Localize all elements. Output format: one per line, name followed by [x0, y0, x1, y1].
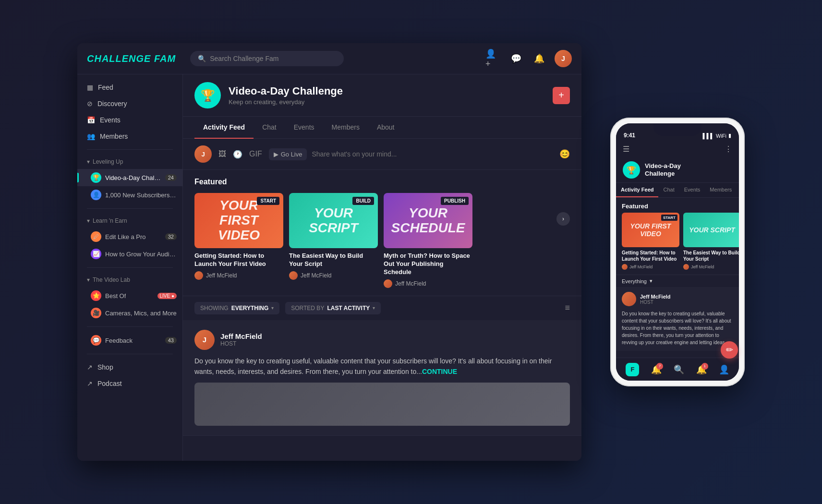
messages-icon[interactable]: 💬	[508, 51, 524, 66]
phone-bottom-activity[interactable]: 🔔 7	[651, 364, 662, 375]
tab-activity-feed[interactable]: Activity Feed	[194, 117, 254, 139]
phone-time: 9:41	[624, 132, 635, 139]
sidebar-item-discovery[interactable]: ⊘ Discovery	[77, 96, 182, 112]
fam-icon: F	[626, 363, 639, 376]
author-name-2: Jeff McField	[301, 272, 331, 279]
featured-card-3[interactable]: YOUR SCHEDULE PUBLISH Myth or Truth? How…	[384, 193, 472, 288]
channel-subscribers[interactable]: 👤 1,000 New Subscribers Ch...	[77, 186, 182, 204]
sidebar-item-feed[interactable]: ▦ Feed	[77, 79, 182, 96]
page-wrapper: CHALLENGE FAM 🔍 Search Challenge Fam 👤+ …	[0, 0, 822, 504]
app-logo: CHALLENGE FAM	[87, 53, 176, 64]
wifi-icon: WiFi	[716, 133, 726, 139]
section-learn-earn[interactable]: ▾ Learn 'n Earn	[77, 214, 182, 228]
phone-tabs: Activity Feed Chat Events Members	[616, 183, 739, 198]
post-continue-link[interactable]: CONTINUE	[422, 368, 457, 375]
phone-group-icon: 🏆	[623, 161, 640, 179]
showing-filter[interactable]: SHOWING EVERYTHING ▾	[194, 302, 279, 314]
phone-bottom-notifications[interactable]: 🔔 1	[696, 364, 707, 375]
group-info: Video-a-Day Challenge Keep on creating, …	[229, 85, 545, 106]
phone-featured-title: Featured	[616, 198, 739, 213]
featured-card-1[interactable]: YOUR FIRST VIDEO START Getting Started: …	[194, 193, 283, 288]
view-toggle-button[interactable]: ≡	[565, 303, 570, 313]
tab-members[interactable]: Members	[323, 117, 368, 139]
channel-badge-feedback: 43	[165, 337, 177, 344]
sidebar-item-podcast[interactable]: ↗ Podcast	[77, 375, 182, 392]
gif-tool-icon[interactable]: GIF	[247, 148, 264, 160]
author-name-3: Jeff McField	[395, 280, 426, 287]
channel-grow[interactable]: 📈 How to Grow Your Audienc...	[77, 245, 182, 263]
sorted-filter[interactable]: SORTED BY LAST ACTIVITY ▾	[285, 302, 381, 314]
go-live-button[interactable]: ▶ Go Live	[269, 148, 307, 160]
sidebar-item-events[interactable]: 📅 Events	[77, 112, 182, 128]
phone-bottom-home[interactable]: F	[626, 363, 639, 376]
channel-video-challenge[interactable]: 🏆 Video-a-Day Challenge 24	[77, 169, 182, 186]
image-tool-icon[interactable]: 🖼	[217, 148, 228, 160]
card-title-3: Myth or Truth? How to Space Out Your Pub…	[384, 252, 472, 276]
phone-fab-button[interactable]: ✏	[721, 341, 738, 359]
sidebar-item-shop[interactable]: ↗ Shop	[77, 359, 182, 375]
channel-icon-edit: 🖊	[91, 231, 101, 242]
channel-edit-pro[interactable]: 🖊 Edit Like a Pro 32	[77, 228, 182, 245]
tab-about[interactable]: About	[368, 117, 403, 139]
group-name: Video-a-Day Challenge	[229, 85, 545, 97]
phone-tab-members[interactable]: Members	[705, 183, 737, 197]
phone-tab-activity[interactable]: Activity Feed	[616, 183, 658, 197]
add-member-icon[interactable]: 👤+	[485, 51, 501, 66]
phone-bottom-profile[interactable]: 👤	[719, 364, 729, 375]
phone-menu-icon[interactable]: ☰	[623, 144, 629, 154]
group-icon: 🏆	[194, 82, 221, 108]
card-author-2: Jeff McField	[289, 271, 378, 280]
phone-card-img-2: YOUR SCRIPT	[683, 213, 739, 247]
channel-icon-feedback: 💬	[91, 335, 101, 346]
phone-post-role: HOST	[640, 300, 671, 305]
group-trophy-icon: 🏆	[201, 89, 215, 102]
sidebar-item-members[interactable]: 👥 Members	[77, 128, 182, 144]
go-live-label: Go Live	[281, 151, 302, 158]
tab-chat[interactable]: Chat	[254, 117, 285, 139]
card-title-1: Getting Started: How to Launch Your Firs…	[194, 252, 283, 268]
phone-mockup: 9:41 ▌▌▌ WiFi ▮ ☰ ⋮ 🏆 Video-a-Da	[610, 118, 745, 386]
external-icon-shop: ↗	[87, 363, 93, 371]
phone-more-icon[interactable]: ⋮	[725, 144, 732, 154]
phone-cards: YOUR FIRST VIDEO START Getting Started: …	[616, 213, 739, 275]
phone-filter[interactable]: Everything ▾	[616, 275, 739, 287]
activity-badge: 7	[656, 363, 663, 370]
phone-card-title-1: Getting Started: How to Launch Your Firs…	[622, 250, 679, 262]
sorted-arrow-icon: ▾	[373, 305, 375, 311]
tab-events[interactable]: Events	[285, 117, 323, 139]
phone-post-body: Do you know the key to creating useful, …	[622, 310, 733, 346]
post-header: J Jeff McField Host	[194, 330, 570, 350]
cards-next-arrow[interactable]: ›	[556, 212, 570, 226]
phone-card-2[interactable]: YOUR SCRIPT The Easiest Way to Build You…	[683, 213, 739, 270]
phone-post-name: Jeff McField	[640, 294, 671, 300]
notifications-icon[interactable]: 🔔	[532, 51, 547, 66]
group-tagline: Keep on creating, everyday	[229, 98, 545, 106]
phone-card-1[interactable]: YOUR FIRST VIDEO START Getting Started: …	[622, 213, 679, 270]
emoji-icon[interactable]: 😊	[559, 149, 570, 159]
phone-bottom-search[interactable]: 🔍	[674, 364, 684, 375]
clock-tool-icon[interactable]: 🕐	[231, 148, 244, 161]
user-avatar[interactable]: J	[555, 50, 572, 67]
phone-tab-chat[interactable]: Chat	[658, 183, 679, 197]
phone-tab-events[interactable]: Events	[679, 183, 705, 197]
group-header: 🏆 Video-a-Day Challenge Keep on creating…	[183, 74, 581, 117]
phone-bottom-bar: F 🔔 7 🔍 🔔 1 👤	[616, 358, 739, 381]
channel-best-of[interactable]: ⭐ Best Of LIVE ●	[77, 287, 182, 304]
composer-input[interactable]	[312, 150, 555, 158]
phone-card-title-2: The Easiest Way to Build Your Script	[683, 250, 739, 262]
section-video-lab[interactable]: ▾ The Video Lab	[77, 273, 182, 287]
search-bar[interactable]: 🔍 Search Challenge Fam	[190, 51, 344, 66]
card-image-1: YOUR FIRST VIDEO START	[194, 193, 283, 248]
channel-feedback[interactable]: 💬 Feedback 43	[77, 332, 182, 349]
section-leveling-up[interactable]: ▾ Leveling Up	[77, 155, 182, 169]
add-button[interactable]: +	[553, 87, 570, 104]
channel-cameras[interactable]: 🎥 Cameras, Mics, and More	[77, 304, 182, 322]
featured-cards: YOUR FIRST VIDEO START Getting Started: …	[194, 193, 570, 288]
search-placeholder: Search Challenge Fam	[210, 55, 278, 62]
top-bar: CHALLENGE FAM 🔍 Search Challenge Fam 👤+ …	[77, 43, 581, 74]
section-arrow-3: ▾	[87, 276, 90, 283]
phone-post-info: Jeff McField HOST	[640, 294, 671, 305]
featured-card-2[interactable]: YOUR SCRIPT BUILD The Easiest Way to Bui…	[289, 193, 378, 288]
post-body-text: Do you know the key to creating useful, …	[194, 357, 552, 375]
card-image-2: YOUR SCRIPT BUILD	[289, 193, 378, 248]
